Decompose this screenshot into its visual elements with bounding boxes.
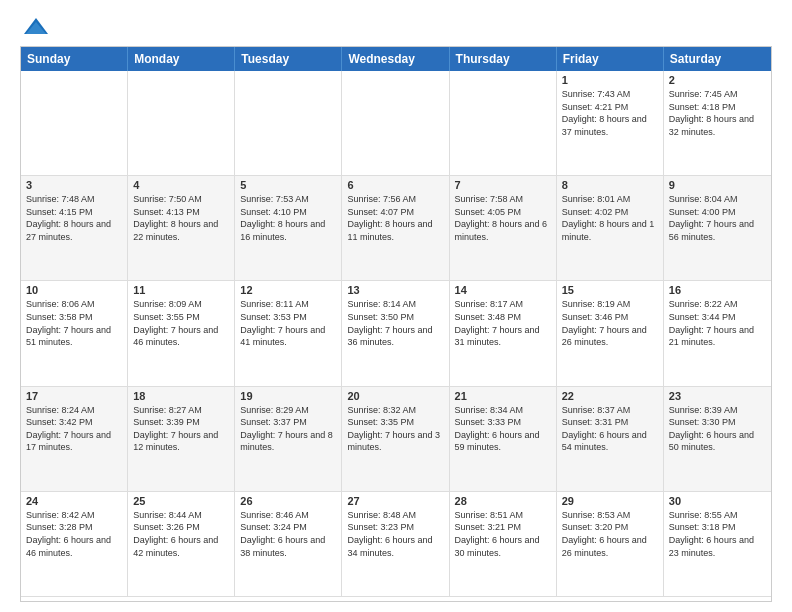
day-number: 18 <box>133 390 229 402</box>
header-saturday: Saturday <box>664 47 771 71</box>
calendar-cell: 7Sunrise: 7:58 AM Sunset: 4:05 PM Daylig… <box>450 176 557 281</box>
header-wednesday: Wednesday <box>342 47 449 71</box>
day-info: Sunrise: 8:46 AM Sunset: 3:24 PM Dayligh… <box>240 509 336 559</box>
calendar-header: Sunday Monday Tuesday Wednesday Thursday… <box>21 47 771 71</box>
calendar-cell <box>235 71 342 176</box>
day-info: Sunrise: 8:11 AM Sunset: 3:53 PM Dayligh… <box>240 298 336 348</box>
logo <box>20 16 50 36</box>
calendar-cell: 13Sunrise: 8:14 AM Sunset: 3:50 PM Dayli… <box>342 281 449 386</box>
day-number: 13 <box>347 284 443 296</box>
day-number: 28 <box>455 495 551 507</box>
day-info: Sunrise: 8:34 AM Sunset: 3:33 PM Dayligh… <box>455 404 551 454</box>
day-number: 25 <box>133 495 229 507</box>
calendar-cell: 22Sunrise: 8:37 AM Sunset: 3:31 PM Dayli… <box>557 387 664 492</box>
day-info: Sunrise: 8:48 AM Sunset: 3:23 PM Dayligh… <box>347 509 443 559</box>
page: Sunday Monday Tuesday Wednesday Thursday… <box>0 0 792 612</box>
day-info: Sunrise: 8:32 AM Sunset: 3:35 PM Dayligh… <box>347 404 443 454</box>
day-info: Sunrise: 8:44 AM Sunset: 3:26 PM Dayligh… <box>133 509 229 559</box>
day-number: 22 <box>562 390 658 402</box>
calendar-cell: 25Sunrise: 8:44 AM Sunset: 3:26 PM Dayli… <box>128 492 235 597</box>
calendar-cell: 9Sunrise: 8:04 AM Sunset: 4:00 PM Daylig… <box>664 176 771 281</box>
day-number: 19 <box>240 390 336 402</box>
calendar-cell: 29Sunrise: 8:53 AM Sunset: 3:20 PM Dayli… <box>557 492 664 597</box>
calendar-cell: 5Sunrise: 7:53 AM Sunset: 4:10 PM Daylig… <box>235 176 342 281</box>
day-info: Sunrise: 8:01 AM Sunset: 4:02 PM Dayligh… <box>562 193 658 243</box>
day-number: 10 <box>26 284 122 296</box>
day-info: Sunrise: 8:19 AM Sunset: 3:46 PM Dayligh… <box>562 298 658 348</box>
calendar-cell: 10Sunrise: 8:06 AM Sunset: 3:58 PM Dayli… <box>21 281 128 386</box>
day-number: 2 <box>669 74 766 86</box>
day-info: Sunrise: 8:22 AM Sunset: 3:44 PM Dayligh… <box>669 298 766 348</box>
calendar-cell <box>128 71 235 176</box>
day-number: 8 <box>562 179 658 191</box>
day-number: 7 <box>455 179 551 191</box>
day-info: Sunrise: 8:17 AM Sunset: 3:48 PM Dayligh… <box>455 298 551 348</box>
day-number: 6 <box>347 179 443 191</box>
header-tuesday: Tuesday <box>235 47 342 71</box>
day-number: 30 <box>669 495 766 507</box>
calendar-cell: 18Sunrise: 8:27 AM Sunset: 3:39 PM Dayli… <box>128 387 235 492</box>
day-number: 5 <box>240 179 336 191</box>
calendar-cell: 21Sunrise: 8:34 AM Sunset: 3:33 PM Dayli… <box>450 387 557 492</box>
calendar-cell: 28Sunrise: 8:51 AM Sunset: 3:21 PM Dayli… <box>450 492 557 597</box>
calendar-cell: 17Sunrise: 8:24 AM Sunset: 3:42 PM Dayli… <box>21 387 128 492</box>
day-info: Sunrise: 8:55 AM Sunset: 3:18 PM Dayligh… <box>669 509 766 559</box>
calendar-cell: 26Sunrise: 8:46 AM Sunset: 3:24 PM Dayli… <box>235 492 342 597</box>
day-info: Sunrise: 8:51 AM Sunset: 3:21 PM Dayligh… <box>455 509 551 559</box>
calendar-cell <box>342 71 449 176</box>
calendar-cell: 23Sunrise: 8:39 AM Sunset: 3:30 PM Dayli… <box>664 387 771 492</box>
calendar-cell: 12Sunrise: 8:11 AM Sunset: 3:53 PM Dayli… <box>235 281 342 386</box>
day-number: 21 <box>455 390 551 402</box>
calendar-cell: 24Sunrise: 8:42 AM Sunset: 3:28 PM Dayli… <box>21 492 128 597</box>
calendar-body: 1Sunrise: 7:43 AM Sunset: 4:21 PM Daylig… <box>21 71 771 597</box>
day-info: Sunrise: 7:50 AM Sunset: 4:13 PM Dayligh… <box>133 193 229 243</box>
calendar-cell: 30Sunrise: 8:55 AM Sunset: 3:18 PM Dayli… <box>664 492 771 597</box>
day-number: 23 <box>669 390 766 402</box>
header-sunday: Sunday <box>21 47 128 71</box>
calendar-cell: 3Sunrise: 7:48 AM Sunset: 4:15 PM Daylig… <box>21 176 128 281</box>
day-number: 20 <box>347 390 443 402</box>
day-info: Sunrise: 8:53 AM Sunset: 3:20 PM Dayligh… <box>562 509 658 559</box>
day-number: 12 <box>240 284 336 296</box>
day-info: Sunrise: 7:56 AM Sunset: 4:07 PM Dayligh… <box>347 193 443 243</box>
day-info: Sunrise: 8:27 AM Sunset: 3:39 PM Dayligh… <box>133 404 229 454</box>
header-thursday: Thursday <box>450 47 557 71</box>
calendar-cell: 19Sunrise: 8:29 AM Sunset: 3:37 PM Dayli… <box>235 387 342 492</box>
day-number: 14 <box>455 284 551 296</box>
calendar-cell: 6Sunrise: 7:56 AM Sunset: 4:07 PM Daylig… <box>342 176 449 281</box>
day-info: Sunrise: 8:37 AM Sunset: 3:31 PM Dayligh… <box>562 404 658 454</box>
day-info: Sunrise: 7:48 AM Sunset: 4:15 PM Dayligh… <box>26 193 122 243</box>
day-number: 9 <box>669 179 766 191</box>
calendar-cell: 27Sunrise: 8:48 AM Sunset: 3:23 PM Dayli… <box>342 492 449 597</box>
day-info: Sunrise: 8:06 AM Sunset: 3:58 PM Dayligh… <box>26 298 122 348</box>
day-info: Sunrise: 8:09 AM Sunset: 3:55 PM Dayligh… <box>133 298 229 348</box>
calendar-cell: 16Sunrise: 8:22 AM Sunset: 3:44 PM Dayli… <box>664 281 771 386</box>
header <box>20 16 772 36</box>
day-info: Sunrise: 7:53 AM Sunset: 4:10 PM Dayligh… <box>240 193 336 243</box>
calendar: Sunday Monday Tuesday Wednesday Thursday… <box>20 46 772 602</box>
calendar-cell: 14Sunrise: 8:17 AM Sunset: 3:48 PM Dayli… <box>450 281 557 386</box>
day-number: 29 <box>562 495 658 507</box>
calendar-cell: 20Sunrise: 8:32 AM Sunset: 3:35 PM Dayli… <box>342 387 449 492</box>
calendar-cell: 11Sunrise: 8:09 AM Sunset: 3:55 PM Dayli… <box>128 281 235 386</box>
day-number: 16 <box>669 284 766 296</box>
day-info: Sunrise: 8:14 AM Sunset: 3:50 PM Dayligh… <box>347 298 443 348</box>
day-number: 26 <box>240 495 336 507</box>
calendar-cell: 2Sunrise: 7:45 AM Sunset: 4:18 PM Daylig… <box>664 71 771 176</box>
day-info: Sunrise: 8:24 AM Sunset: 3:42 PM Dayligh… <box>26 404 122 454</box>
header-friday: Friday <box>557 47 664 71</box>
day-number: 15 <box>562 284 658 296</box>
logo-icon <box>22 16 50 36</box>
calendar-cell: 1Sunrise: 7:43 AM Sunset: 4:21 PM Daylig… <box>557 71 664 176</box>
day-number: 1 <box>562 74 658 86</box>
header-monday: Monday <box>128 47 235 71</box>
day-info: Sunrise: 7:43 AM Sunset: 4:21 PM Dayligh… <box>562 88 658 138</box>
day-number: 11 <box>133 284 229 296</box>
day-info: Sunrise: 7:45 AM Sunset: 4:18 PM Dayligh… <box>669 88 766 138</box>
day-number: 17 <box>26 390 122 402</box>
day-info: Sunrise: 8:39 AM Sunset: 3:30 PM Dayligh… <box>669 404 766 454</box>
day-number: 3 <box>26 179 122 191</box>
calendar-cell: 4Sunrise: 7:50 AM Sunset: 4:13 PM Daylig… <box>128 176 235 281</box>
day-number: 27 <box>347 495 443 507</box>
day-info: Sunrise: 8:04 AM Sunset: 4:00 PM Dayligh… <box>669 193 766 243</box>
